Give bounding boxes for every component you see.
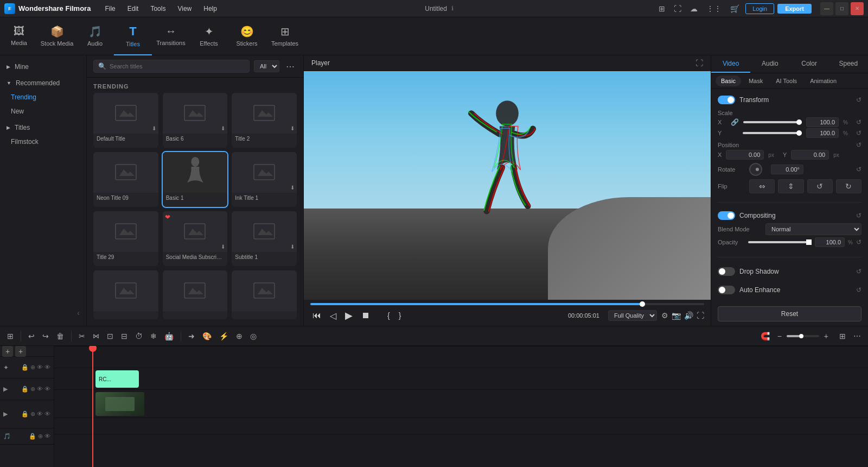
maximize-button[interactable]: □ [835, 2, 848, 15]
eye-icon-audio[interactable]: 👁 [44, 433, 50, 440]
add-icon-effects[interactable]: ⊕ [30, 364, 35, 371]
lock-icon-overlay[interactable]: 🔒 [21, 386, 29, 393]
lock-icon-audio[interactable]: 🔒 [29, 433, 36, 440]
tool-effects[interactable]: ✦ Effects [190, 17, 228, 55]
skip-back-button[interactable]: ⏮ [310, 310, 323, 321]
close-button[interactable]: ✕ [851, 2, 864, 15]
title-card-8[interactable]: ⬇Subtitle 1 [232, 211, 297, 266]
title-card-10[interactable] [163, 270, 228, 319]
title-clip[interactable]: RC... [95, 370, 139, 388]
quality-select[interactable]: Full Quality 1/2 1/4 [608, 310, 657, 321]
menu-tools[interactable]: Tools [145, 3, 171, 15]
add-track-below-button[interactable]: + [15, 346, 26, 357]
opacity-input[interactable] [815, 237, 845, 247]
volume-icon[interactable]: 🔊 [684, 311, 693, 320]
sidebar-item-filmstock[interactable]: Filmstock [0, 135, 86, 149]
eye-icon-effects-1[interactable]: 👁 [37, 364, 43, 371]
sidebar-collapse-button[interactable]: ‹ [0, 304, 86, 321]
mark-in-button[interactable]: { [385, 310, 392, 321]
opacity-reset[interactable]: ↺ [856, 238, 861, 246]
link-icon[interactable]: 🔗 [731, 118, 739, 126]
tab-audio[interactable]: Audio [750, 55, 789, 73]
tab-video[interactable]: Video [711, 55, 750, 73]
player-expand-icon[interactable]: ⛶ [695, 59, 703, 67]
grid-icon[interactable]: ⋮⋮ [704, 3, 724, 14]
rotate-reset[interactable]: ↺ [856, 166, 861, 173]
scale-x-input[interactable] [806, 117, 839, 127]
drop-shadow-reset[interactable]: ↺ [856, 268, 861, 275]
flip-v-button[interactable]: ⇕ [778, 179, 803, 193]
mark-out-button[interactable]: } [397, 310, 404, 321]
play-button[interactable]: ▶ [343, 308, 355, 323]
tool-stickers[interactable]: 😊 Stickers [228, 17, 266, 55]
scale-x-slider[interactable] [743, 121, 802, 123]
opacity-slider[interactable] [748, 241, 812, 243]
tl-redo-button[interactable]: ↪ [40, 330, 52, 342]
sidebar-item-trending[interactable]: Trending [0, 90, 86, 104]
tl-color-match-button[interactable]: 🎨 [200, 330, 214, 342]
scale-x-reset[interactable]: ↺ [856, 118, 861, 126]
stop-button[interactable]: ⏹ [359, 310, 372, 321]
compositing-toggle-switch[interactable] [718, 211, 735, 220]
main-video-clip[interactable] [95, 392, 144, 416]
login-button[interactable]: Login [745, 3, 774, 14]
compositing-reset[interactable]: ↺ [856, 212, 861, 219]
tab-speed[interactable]: Speed [829, 55, 868, 73]
tl-ai-button[interactable]: 🤖 [162, 330, 176, 342]
more-options-button[interactable]: ⋯ [284, 61, 297, 72]
tl-group-button[interactable]: ⊡ [104, 330, 116, 342]
sub-tab-mask[interactable]: Mask [743, 75, 768, 86]
eye-icon-overlay-2[interactable]: 👁 [44, 386, 50, 393]
frame-back-button[interactable]: ◁ [328, 310, 339, 322]
add-icon-main[interactable]: ⊕ [30, 411, 35, 418]
tool-audio[interactable]: 🎵 Audio [76, 17, 114, 55]
cloud-icon[interactable]: ☁ [687, 3, 700, 14]
scale-y-slider[interactable] [743, 132, 802, 134]
title-card-3[interactable]: Neon Title 09 [93, 152, 158, 207]
search-box[interactable]: 🔍 [93, 60, 250, 73]
auto-enhance-reset[interactable]: ↺ [856, 286, 861, 294]
lock-icon-effects[interactable]: 🔒 [21, 364, 29, 371]
menu-edit[interactable]: Edit [122, 3, 144, 15]
tl-freeze-button[interactable]: ❄ [148, 330, 159, 342]
drop-shadow-toggle[interactable] [718, 267, 735, 276]
add-icon-audio[interactable]: ⊕ [38, 433, 43, 440]
tl-stabilize-button[interactable]: ⊕ [233, 330, 245, 342]
transform-reset-icon[interactable]: ↺ [856, 96, 861, 104]
add-icon-overlay[interactable]: ⊕ [30, 386, 35, 393]
export-button[interactable]: Export [777, 4, 812, 14]
eye-icon-main-1[interactable]: 👁 [37, 411, 43, 418]
title-card-9[interactable] [93, 270, 158, 319]
layout-icon[interactable]: ⊞ [656, 3, 668, 14]
blend-mode-select[interactable]: Normal Multiply Screen Overlay [765, 223, 861, 235]
title-card-11[interactable] [232, 270, 297, 319]
flip-h-button[interactable]: ⇔ [749, 179, 775, 193]
add-track-above-button[interactable]: + [2, 346, 13, 357]
tl-split-button[interactable]: ⋈ [90, 331, 102, 342]
tl-zoom-in-button[interactable]: + [821, 330, 831, 342]
sub-tab-animation[interactable]: Animation [805, 75, 842, 86]
eye-icon-effects-2[interactable]: 👁 [44, 364, 50, 371]
lock-icon-main[interactable]: 🔒 [21, 411, 29, 418]
fullscreen-icon[interactable]: ⛶ [671, 3, 684, 14]
tl-zoom-out-button[interactable]: − [775, 330, 784, 342]
progress-bar[interactable] [310, 303, 704, 305]
tool-media[interactable]: 🖼 Media [0, 17, 38, 55]
eye-icon-main-2[interactable]: 👁 [44, 411, 50, 418]
tool-templates[interactable]: ⊞ Templates [266, 17, 304, 55]
sub-tab-basic[interactable]: Basic [716, 75, 741, 86]
sidebar-item-new[interactable]: New [0, 104, 86, 118]
tl-layout-button[interactable]: ⊞ [837, 330, 848, 342]
title-card-4[interactable]: Basic 1 [163, 152, 228, 207]
scale-y-input[interactable] [806, 128, 839, 138]
tool-stock-media[interactable]: 📦 Stock Media [38, 17, 76, 55]
cart-icon[interactable]: 🛒 [727, 3, 742, 14]
menu-view[interactable]: View [172, 3, 197, 15]
tl-more-button[interactable]: ⋯ [851, 330, 864, 342]
tl-motion-button[interactable]: ➜ [186, 330, 197, 342]
title-card-7[interactable]: ❤⬇Social Media Subscribe Pack... [163, 211, 228, 266]
rotate-dial[interactable] [749, 163, 762, 176]
title-card-6[interactable]: Title 29 [93, 211, 158, 266]
title-card-2[interactable]: ⬇Title 2 [232, 93, 297, 148]
scale-y-reset[interactable]: ↺ [856, 129, 861, 137]
